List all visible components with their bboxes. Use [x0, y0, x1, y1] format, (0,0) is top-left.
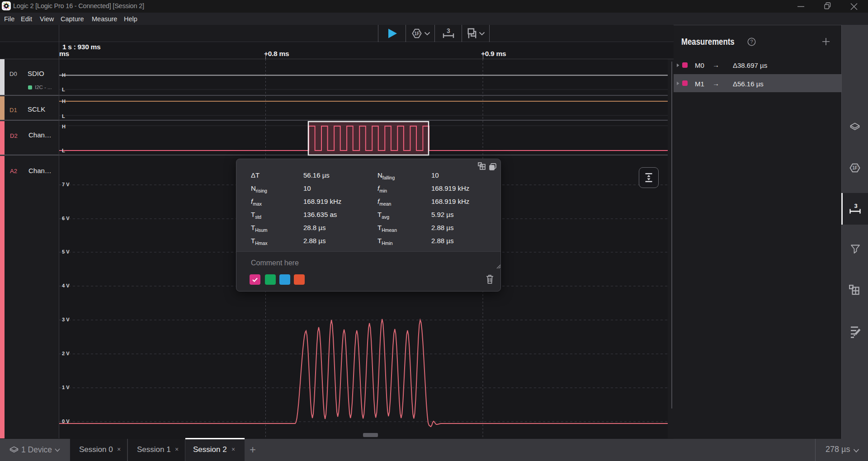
- svg-text:?: ?: [750, 39, 753, 44]
- svg-text:1F: 1F: [852, 165, 858, 170]
- svg-text:1F: 1F: [414, 31, 420, 36]
- svg-text:3: 3: [854, 203, 857, 209]
- svg-text:3: 3: [447, 27, 450, 34]
